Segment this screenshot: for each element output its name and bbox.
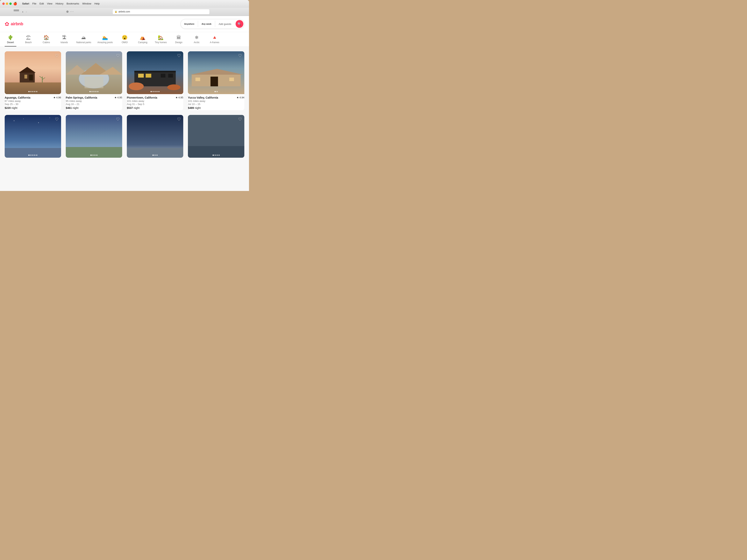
svg-rect-18 (134, 71, 176, 72)
desert-icon: 🌵 (7, 35, 14, 40)
image-dots-3 (151, 91, 159, 92)
star-icon-2: ★ (114, 96, 117, 99)
category-islands[interactable]: 🏝 Islands (58, 35, 70, 47)
listing-card-5[interactable]: ♡ (5, 115, 61, 158)
minimize-button[interactable] (6, 2, 8, 5)
sidebar-toggle[interactable] (14, 10, 19, 14)
image-dots-1 (28, 91, 37, 92)
listing-location-1: Aguanga, California (5, 96, 30, 99)
svg-point-36 (50, 118, 50, 118)
listing-image-4: ♡ (188, 51, 244, 94)
menu-safari[interactable]: Safari (21, 2, 30, 5)
close-button[interactable] (2, 2, 5, 5)
search-any-week[interactable]: Any week (198, 21, 215, 27)
listing-card-8[interactable]: ♡ (188, 115, 244, 158)
listing-rating-1: ★ 4.96 (53, 96, 61, 99)
svg-rect-1 (5, 82, 61, 94)
search-add-guests[interactable]: Add guests (215, 21, 235, 27)
menu-edit[interactable]: Edit (38, 2, 45, 5)
listing-price-1: $220 night (5, 106, 61, 109)
listing-image-5: ♡ (5, 115, 61, 158)
listing-distance-1: 87 miles away (5, 100, 61, 103)
share-icon[interactable]: ··· (70, 10, 74, 14)
category-cabins[interactable]: 🏠 Cabins (41, 35, 52, 47)
maximize-button[interactable] (9, 2, 12, 5)
menu-history[interactable]: History (54, 2, 65, 5)
svg-rect-38 (66, 147, 122, 158)
listing-card-2[interactable]: ♡ Palm Springs, California ★ 4.95 (66, 51, 122, 110)
category-cabins-label: Cabins (43, 41, 50, 44)
category-camping[interactable]: ⛺ Camping (137, 35, 149, 47)
listing-info-1: Aguanga, California ★ 4.96 87 miles away… (5, 94, 61, 110)
lock-icon: 🔒 (114, 10, 117, 13)
svg-rect-32 (5, 148, 61, 158)
category-national-parks-label: National parks (76, 41, 91, 44)
category-amazing-pools[interactable]: 🏊 Amazing pools (98, 35, 113, 47)
svg-point-24 (167, 84, 181, 90)
image-dots-4 (214, 91, 218, 92)
svg-point-35 (38, 123, 39, 123)
category-islands-label: Islands (60, 41, 68, 44)
svg-rect-42 (188, 146, 244, 158)
listing-dates-1: Sep 25 – 30 (5, 103, 61, 106)
wishlist-button-4[interactable]: ♡ (238, 54, 242, 58)
listings-row-2: ♡ (5, 115, 244, 158)
airbnb-header: ✿ airbnb Anywhere Any week Add guests 🔍 (0, 16, 249, 32)
category-nav: 🌵 Desert ⛱ Beach 🏠 Cabins 🏝 Islands ⛰ Na… (0, 32, 249, 47)
category-national-parks[interactable]: ⛰ National parks (76, 35, 91, 47)
airbnb-logo[interactable]: ✿ airbnb (5, 21, 23, 27)
image-dots-6 (91, 155, 98, 156)
wishlist-button-6[interactable]: ♡ (116, 117, 120, 122)
category-arctic[interactable]: ❄ Arctic (191, 35, 203, 47)
menu-help[interactable]: Help (93, 2, 101, 5)
svg-rect-19 (138, 74, 144, 78)
menu-file[interactable]: File (31, 2, 37, 5)
forward-button[interactable]: › (25, 10, 28, 14)
wishlist-button-3[interactable]: ♡ (177, 54, 181, 58)
listing-card-7[interactable]: ♡ (127, 115, 183, 158)
category-design[interactable]: 🏛 Design (173, 35, 185, 47)
wishlist-button-8[interactable]: ♡ (238, 117, 242, 122)
svg-rect-29 (196, 78, 200, 81)
search-button[interactable]: 🔍 (236, 20, 243, 28)
category-desert[interactable]: 🌵 Desert (5, 35, 16, 47)
listing-card-4[interactable]: ♡ Yucca Valley, California ★ 4.94 (188, 51, 244, 110)
category-omg[interactable]: 😮 OMG! (119, 35, 131, 47)
category-design-label: Design (175, 41, 182, 44)
listing-distance-2: 95 miles away (66, 100, 122, 103)
wishlist-button-7[interactable]: ♡ (177, 117, 181, 122)
anywhere-label: Anywhere (184, 23, 195, 25)
category-desert-label: Desert (7, 41, 14, 44)
listing-price-3: $537 night (127, 106, 183, 109)
listing-info-2: Palm Springs, California ★ 4.95 95 miles… (66, 94, 122, 110)
listing-card-3[interactable]: ♡ Pioneertown, California ★ 4.95 (127, 51, 183, 110)
url-bar[interactable]: 🔒 airbnb.com (112, 9, 210, 15)
a-frames-icon: 🔺 (212, 35, 217, 40)
svg-point-33 (14, 121, 15, 121)
category-tiny-homes[interactable]: 🏡 Tiny homes (155, 35, 167, 47)
listing-card-6[interactable]: ♡ (66, 115, 122, 158)
menu-bookmarks[interactable]: Bookmarks (66, 2, 80, 5)
back-button[interactable]: ‹ (21, 10, 24, 14)
wishlist-button-2[interactable]: ♡ (116, 54, 120, 58)
listing-rating-2: ★ 4.95 (114, 96, 122, 99)
title-bar: 🍎 Safari File Edit View History Bookmark… (0, 0, 249, 7)
wishlist-button-5[interactable]: ♡ (55, 117, 59, 122)
svg-rect-21 (161, 74, 165, 78)
star-icon-1: ★ (53, 96, 56, 99)
main-search-bar[interactable]: Anywhere Any week Add guests 🔍 (181, 19, 244, 29)
wishlist-button-1[interactable]: ♡ (55, 54, 59, 58)
nav-buttons: ‹ › (21, 10, 28, 14)
any-week-label: Any week (202, 23, 211, 25)
menu-window[interactable]: Window (81, 2, 93, 5)
category-beach[interactable]: ⛱ Beach (23, 35, 34, 47)
listing-title-row-3: Pioneertown, California ★ 4.95 (127, 96, 183, 99)
menu-view[interactable]: View (46, 2, 54, 5)
airbnb-logo-text: airbnb (11, 21, 23, 26)
image-dots-2 (89, 91, 98, 92)
search-anywhere[interactable]: Anywhere (181, 21, 198, 27)
category-a-frames[interactable]: 🔺 A-frames (209, 35, 221, 47)
design-icon: 🏛 (176, 35, 181, 40)
listing-price-2: $461 night (66, 106, 122, 109)
listing-card-1[interactable]: ♡ Aguanga, California ★ 4.96 (5, 51, 61, 110)
